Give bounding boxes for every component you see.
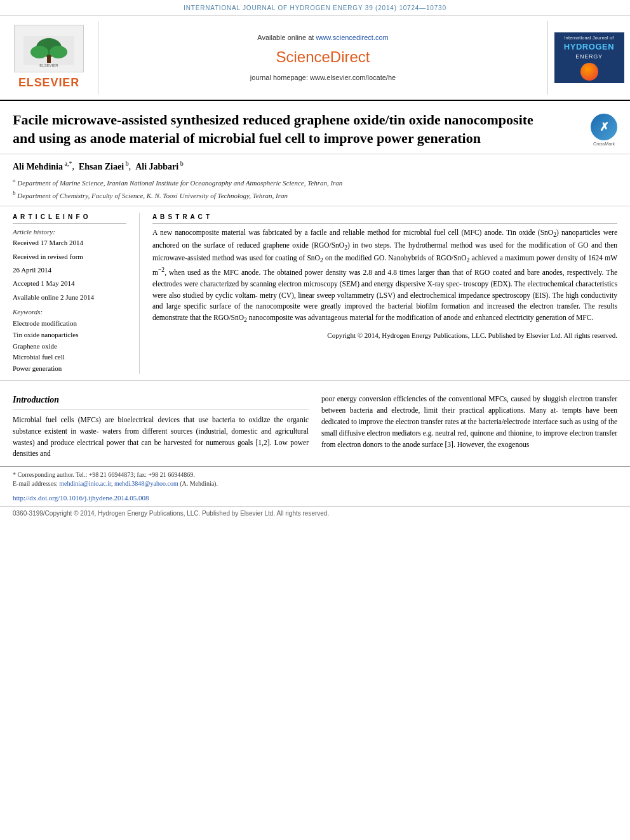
hydrogen-logo-image: International Journal of HYDROGEN ENERGY (554, 32, 624, 83)
bottom-copyright-bar: 0360-3199/Copyright © 2014, Hydrogen Ene… (0, 506, 630, 521)
crossmark-icon: ✗ (591, 114, 617, 140)
journal-title-bar: INTERNATIONAL JOURNAL OF HYDROGEN ENERGY… (184, 4, 446, 11)
elsevier-brand-text: ELSEVIER (18, 75, 79, 91)
svg-rect-4 (47, 55, 51, 63)
introduction-section: Introduction Microbial fuel cells (MFCs)… (0, 381, 630, 466)
intro-heading: Introduction (13, 394, 309, 410)
svg-point-3 (50, 46, 67, 58)
elsevier-logo-image: ELSEVIER (14, 25, 84, 72)
hydrogen-main-text: HYDROGEN (564, 41, 614, 53)
abstract-heading: A B S T R A C T (152, 213, 617, 223)
author-1-name: Ali Mehdinia (13, 162, 63, 171)
abstract-column: A B S T R A C T A new nanocomposite mate… (140, 213, 617, 375)
article-info-heading: A R T I C L E I N F O (13, 213, 126, 223)
keyword-2: Tin oxide nanoparticles (13, 330, 126, 341)
paper-title-block: Facile microwave-assisted synthesized re… (13, 111, 584, 147)
elsevier-tree-icon: ELSEVIER (20, 30, 77, 68)
svg-point-2 (30, 46, 48, 58)
header-center-block: Available online at www.sciencedirect.co… (98, 21, 547, 95)
svg-text:ELSEVIER: ELSEVIER (39, 63, 58, 67)
email-1-link[interactable]: mehdinia@inio.ac.ir (59, 480, 111, 487)
sciencedirect-url[interactable]: www.sciencedirect.com (316, 34, 388, 41)
journal-homepage-text: journal homepage: www.elsevier.com/locat… (250, 73, 396, 83)
article-info-column: A R T I C L E I N F O Article history: R… (13, 213, 140, 375)
page-header: ELSEVIER ELSEVIER Available online at ww… (0, 16, 630, 101)
author-reference: (A. Mehdinia). (180, 480, 218, 487)
doi-section: http://dx.doi.org/10.1016/j.ijhydene.201… (0, 491, 630, 505)
elsevier-logo-block: ELSEVIER ELSEVIER (0, 21, 98, 95)
corresponding-author-text: * Corresponding author. Tel.: +98 21 669… (13, 471, 195, 478)
keyword-4: Microbial fuel cell (13, 352, 126, 363)
intro-left-column: Introduction Microbial fuel cells (MFCs)… (13, 394, 309, 460)
sciencedirect-logo-text: ScienceDirect (276, 46, 370, 68)
keyword-5: Power generation (13, 363, 126, 375)
title-section: Facile microwave-assisted synthesized re… (0, 101, 630, 154)
affiliation-1: a Department of Marine Science, Iranian … (13, 177, 617, 188)
abstract-body: A new nanocomposite material was fabrica… (152, 227, 617, 342)
doi-link[interactable]: http://dx.doi.org/10.1016/j.ijhydene.201… (13, 494, 149, 502)
email-addresses-line: E-mail addresses: mehdinia@inio.ac.ir, m… (13, 479, 617, 488)
keywords-label: Keywords: (13, 307, 126, 317)
footnote-section: * Corresponding author. Tel.: +98 21 669… (0, 466, 630, 491)
author-2-name: Ehsan Ziaei (79, 162, 124, 171)
crossmark-block[interactable]: ✗ CrossMark (591, 114, 617, 147)
history-label: Article history: (13, 227, 126, 237)
author-3-name: Ali Jabbari (135, 162, 178, 171)
intro-right-column: poor energy conversion efficiencies of t… (321, 394, 617, 460)
affiliation-2: b Department of Chemistry, Faculty of Sc… (13, 189, 617, 201)
crossmark-label: CrossMark (593, 141, 615, 147)
revised-date: 26 April 2014 (13, 265, 126, 275)
hydrogen-energy-text: ENERGY (575, 53, 602, 61)
copyright-text: Copyright © 2014, Hydrogen Energy Public… (152, 330, 617, 341)
authors-section: Ali Mehdinia a,*, Ehsan Ziaei b, Ali Jab… (0, 154, 630, 206)
online-date: Available online 2 June 2014 (13, 293, 126, 302)
title-wrapper: Facile microwave-assisted synthesized re… (13, 111, 617, 147)
keyword-1: Electrode modification (13, 318, 126, 330)
received-date: Received 17 March 2014 (13, 238, 126, 248)
intro-right-text: poor energy conversion efficiencies of t… (321, 394, 617, 450)
hydrogen-energy-logo-block: International Journal of HYDROGEN ENERGY (547, 21, 630, 95)
paper-title: Facile microwave-assisted synthesized re… (13, 111, 546, 147)
accepted-date: Accepted 1 May 2014 (13, 279, 126, 288)
journal-header-bar: INTERNATIONAL JOURNAL OF HYDROGEN ENERGY… (0, 0, 630, 16)
revised-label: Received in revised form (13, 252, 126, 262)
keyword-3: Graphene oxide (13, 341, 126, 352)
intro-left-text: Microbial fuel cells (MFCs) are bioelect… (13, 415, 309, 460)
hydrogen-circle-icon (580, 63, 598, 81)
available-online-text: Available online at www.sciencedirect.co… (257, 33, 388, 43)
authors-line: Ali Mehdinia a,*, Ehsan Ziaei b, Ali Jab… (13, 159, 617, 173)
email-label: E-mail addresses: (13, 480, 58, 487)
main-columns: A R T I C L E I N F O Article history: R… (0, 206, 630, 382)
hydrogen-intl-text: International Journal of (565, 35, 614, 41)
corresponding-author-note: * Corresponding author. Tel.: +98 21 669… (13, 470, 617, 479)
keywords-list: Electrode modification Tin oxide nanopar… (13, 318, 126, 374)
email-2-link[interactable]: mehdi.3848@yahoo.com (114, 480, 178, 487)
